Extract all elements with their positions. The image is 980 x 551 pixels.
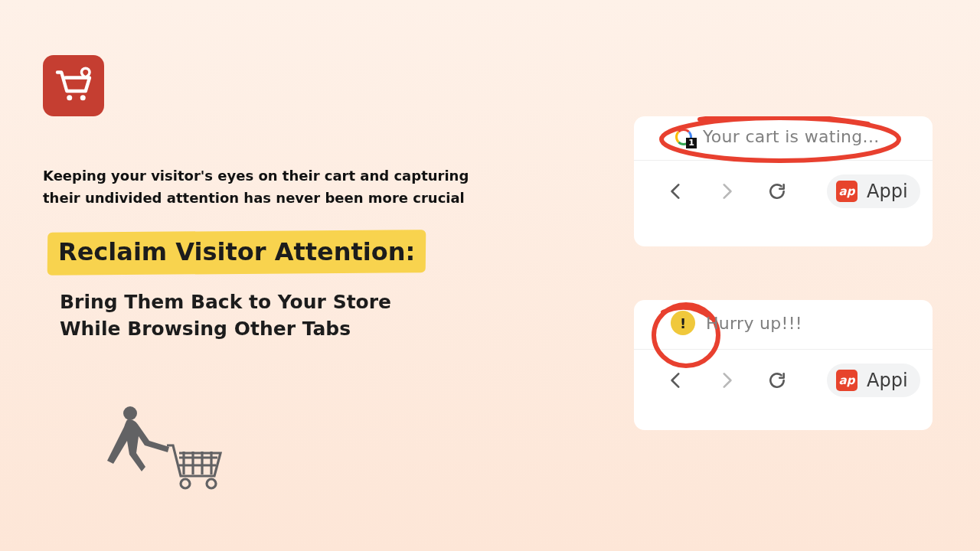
svg-point-0: [67, 95, 72, 100]
site-favicon-icon: ap: [836, 370, 858, 391]
reload-icon: [766, 180, 789, 203]
back-icon: [665, 180, 688, 203]
cart-logo-icon: [52, 64, 95, 107]
svg-point-4: [181, 479, 190, 488]
highlight-heading: Reclaim Visitor Attention:: [47, 231, 426, 274]
browser-preview-2: ! Hurry up!!! ap Appi: [634, 300, 933, 430]
browser-preview-1: 1 Your cart is wating... ap Appi: [634, 116, 933, 246]
address-box-1: ap Appi: [827, 174, 920, 208]
browser-tab-1: 1 Your cart is wating...: [634, 116, 933, 160]
site-favicon-icon: ap: [836, 181, 858, 202]
browser-toolbar-1: ap Appi: [634, 160, 933, 208]
forward-icon: [715, 180, 738, 203]
site-label-1: Appi: [867, 181, 908, 202]
back-icon: [665, 369, 688, 392]
highlight-text: Reclaim Visitor Attention:: [58, 237, 415, 266]
intro-text: Keeping your visitor's eyes on their car…: [43, 165, 487, 210]
site-label-2: Appi: [867, 370, 908, 391]
person-pushing-cart-illustration: [98, 404, 228, 508]
alert-favicon-icon: !: [671, 311, 695, 335]
tab-title-1: Your cart is wating...: [703, 127, 879, 146]
svg-point-5: [207, 479, 216, 488]
browser-tab-2: ! Hurry up!!!: [634, 300, 933, 349]
cart-count-badge: 1: [686, 138, 697, 148]
favicon-with-badge: 1: [675, 129, 692, 145]
svg-point-1: [80, 95, 86, 100]
tab-title-2: Hurry up!!!: [706, 314, 802, 333]
address-box-2: ap Appi: [827, 364, 920, 397]
app-logo: [43, 55, 104, 116]
svg-point-3: [123, 406, 137, 420]
reload-icon: [766, 369, 789, 392]
subheading: Bring Them Back to Your Store While Brow…: [60, 289, 458, 342]
forward-icon: [715, 369, 738, 392]
browser-toolbar-2: ap Appi: [634, 349, 933, 397]
